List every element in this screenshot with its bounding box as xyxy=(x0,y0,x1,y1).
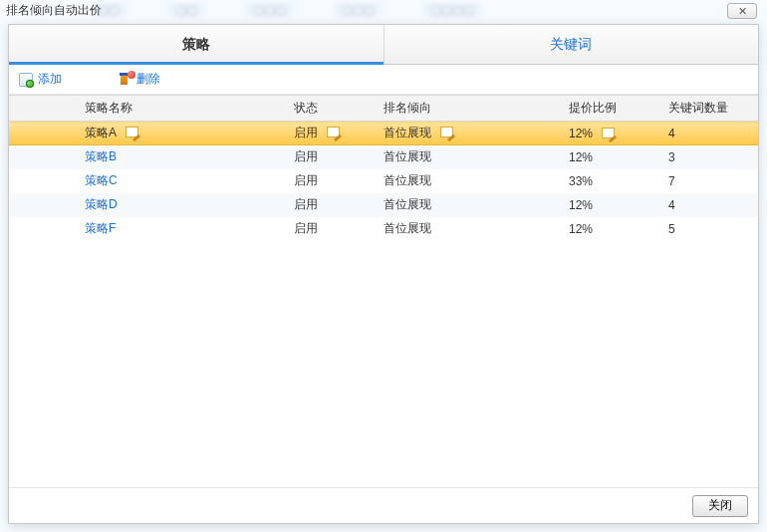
cell-flag xyxy=(35,193,79,217)
cell-name[interactable]: 策略C xyxy=(79,169,288,193)
cell-select[interactable] xyxy=(9,217,35,241)
cell-ratio: 12% xyxy=(563,193,662,217)
edit-icon xyxy=(327,127,340,137)
table-row[interactable]: 策略F启用首位展现12%5 xyxy=(9,217,758,241)
cell-select[interactable] xyxy=(9,122,35,145)
dialog: 策略 关键词 添加 删除 策略名称 状态 排名 xyxy=(8,24,759,524)
close-button[interactable]: 关闭 xyxy=(692,495,748,517)
delete-icon xyxy=(118,73,131,87)
table-header-row: 策略名称 状态 排名倾向 提价比例 关键词数量 xyxy=(9,96,758,122)
cell-name[interactable]: 策略D xyxy=(79,193,288,217)
edit-icon xyxy=(126,127,138,137)
col-flag[interactable] xyxy=(35,96,79,122)
tab-bar: 策略 关键词 xyxy=(9,25,758,65)
cell-kw: 4 xyxy=(662,193,758,217)
col-kw[interactable]: 关键词数量 xyxy=(662,96,758,122)
cell-ratio: 12% xyxy=(563,122,662,145)
add-icon xyxy=(19,73,33,87)
cell-flag xyxy=(35,169,79,193)
edit-icon xyxy=(440,127,453,137)
cell-flag xyxy=(35,217,79,241)
window-title: 排名倾向自动出价 xyxy=(0,0,108,20)
cell-rank: 首位展现 xyxy=(378,169,563,193)
cell-status: 启用 xyxy=(288,122,378,145)
cell-kw: 7 xyxy=(662,169,758,193)
close-icon: ✕ xyxy=(738,5,747,18)
cell-rank: 首位展现 xyxy=(378,193,563,217)
add-label: 添加 xyxy=(38,71,62,88)
cell-status: 启用 xyxy=(288,145,378,169)
col-select[interactable] xyxy=(9,96,35,122)
tab-strategy[interactable]: 策略 xyxy=(9,25,384,64)
cell-ratio: 33% xyxy=(563,169,662,193)
cell-select[interactable] xyxy=(9,145,35,169)
cell-rank: 首位展现 xyxy=(378,122,563,145)
cell-name[interactable]: 策略A xyxy=(79,122,288,145)
col-rank[interactable]: 排名倾向 xyxy=(378,96,563,122)
cell-select[interactable] xyxy=(9,169,35,193)
window-close-button[interactable]: ✕ xyxy=(727,3,757,19)
edit-icon xyxy=(602,128,615,138)
col-status[interactable]: 状态 xyxy=(288,96,378,122)
cell-kw: 5 xyxy=(662,217,758,241)
cell-select[interactable] xyxy=(9,193,35,217)
cell-flag xyxy=(35,145,79,169)
add-button[interactable]: 添加 xyxy=(19,71,62,88)
cell-status: 启用 xyxy=(288,193,378,217)
cell-status: 启用 xyxy=(288,169,378,193)
table-row[interactable]: 策略A 启用 首位展现 12% 4 xyxy=(9,122,758,145)
table-row[interactable]: 策略D启用首位展现12%4 xyxy=(9,193,758,217)
cell-ratio: 12% xyxy=(563,217,662,241)
strategy-table: 策略名称 状态 排名倾向 提价比例 关键词数量 策略A 启用 首位展现 12% … xyxy=(9,95,758,241)
tab-keywords[interactable]: 关键词 xyxy=(384,25,759,64)
cell-name[interactable]: 策略F xyxy=(79,217,288,241)
table-wrap[interactable]: 策略名称 状态 排名倾向 提价比例 关键词数量 策略A 启用 首位展现 12% … xyxy=(9,95,758,487)
toolbar: 添加 删除 xyxy=(9,65,758,95)
tab-label: 策略 xyxy=(182,36,210,54)
cell-ratio: 12% xyxy=(563,145,662,169)
delete-label: 删除 xyxy=(136,71,160,88)
close-button-label: 关闭 xyxy=(708,498,732,512)
cell-rank: 首位展现 xyxy=(378,217,563,241)
dialog-footer: 关闭 xyxy=(9,487,758,523)
cell-name[interactable]: 策略B xyxy=(79,145,288,169)
cell-flag xyxy=(35,122,79,145)
table-row[interactable]: 策略B启用首位展现12%3 xyxy=(9,145,758,169)
cell-rank: 首位展现 xyxy=(378,145,563,169)
cell-status: 启用 xyxy=(288,217,378,241)
cell-kw: 3 xyxy=(662,145,758,169)
col-ratio[interactable]: 提价比例 xyxy=(563,96,662,122)
table-row[interactable]: 策略C启用首位展现33%7 xyxy=(9,169,758,193)
col-name[interactable]: 策略名称 xyxy=(79,96,288,122)
cell-kw: 4 xyxy=(662,122,758,145)
delete-button[interactable]: 删除 xyxy=(118,71,160,88)
tab-label: 关键词 xyxy=(550,36,592,54)
